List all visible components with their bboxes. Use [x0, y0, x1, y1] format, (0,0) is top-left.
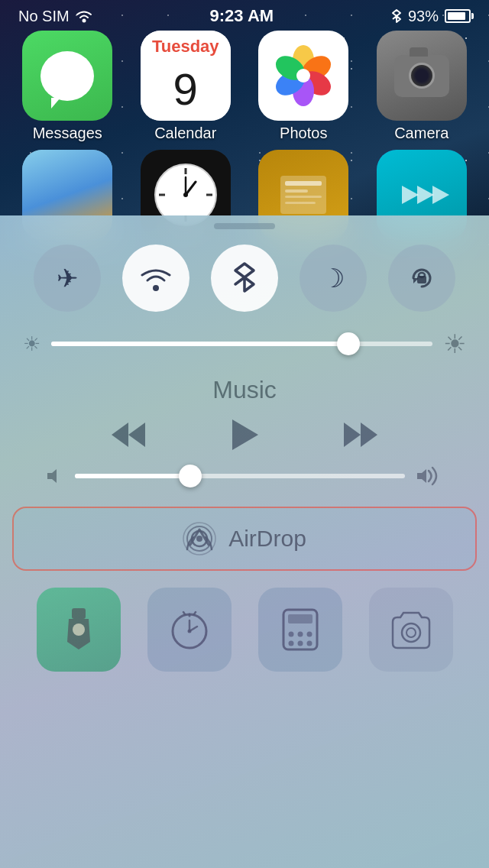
app-messages-wrap[interactable]: Messages — [22, 31, 112, 142]
svg-point-53 — [306, 632, 312, 637]
svg-point-56 — [306, 641, 312, 646]
moon-icon: ☽ — [322, 263, 345, 293]
quick-actions-row — [0, 580, 489, 679]
svg-rect-20 — [285, 202, 316, 204]
svg-point-54 — [288, 641, 293, 646]
svg-rect-28 — [419, 273, 425, 277]
volume-max-icon — [416, 465, 443, 487]
volume-min-icon — [46, 465, 64, 487]
lock-rotation-icon — [407, 264, 436, 293]
fast-forward-button[interactable] — [342, 419, 379, 450]
calendar-inner: Tuesday 9 — [141, 31, 231, 121]
music-section: Music — [0, 365, 489, 494]
fast-forward-icon — [342, 419, 379, 450]
pull-handle[interactable] — [0, 215, 489, 234]
svg-rect-19 — [285, 196, 322, 198]
status-left: No SIM — [18, 8, 92, 25]
brightness-thumb[interactable] — [337, 332, 360, 355]
camera-quick-button[interactable] — [369, 588, 453, 672]
app-photos-label: Photos — [280, 125, 327, 142]
battery-percent: 93% — [408, 8, 439, 25]
calendar-date: 9 — [141, 58, 231, 121]
svg-marker-21 — [402, 186, 419, 204]
svg-rect-40 — [72, 608, 86, 619]
carrier-label: No SIM — [18, 8, 70, 25]
svg-point-57 — [402, 623, 420, 642]
svg-point-52 — [297, 632, 303, 637]
svg-rect-17 — [285, 181, 322, 186]
app-camera-wrap[interactable]: Camera — [377, 31, 467, 142]
camera-lens — [409, 63, 435, 89]
volume-thumb[interactable] — [179, 465, 202, 487]
airplane-mode-toggle[interactable]: ✈ — [34, 245, 101, 312]
airplane-icon: ✈ — [57, 263, 78, 293]
do-not-disturb-toggle[interactable]: ☽ — [300, 245, 367, 312]
app-row-1: Messages Tuesday 9 Calendar — [14, 31, 475, 142]
bluetooth-toggle[interactable] — [211, 245, 278, 312]
svg-point-41 — [73, 623, 85, 636]
app-photos-wrap[interactable]: Photos — [258, 31, 348, 142]
svg-marker-23 — [432, 186, 449, 204]
wifi-status-icon — [76, 9, 92, 23]
play-icon — [229, 418, 260, 452]
flashlight-icon — [61, 607, 96, 653]
svg-point-58 — [406, 628, 416, 637]
camera-quick-icon — [388, 610, 434, 649]
play-button[interactable] — [229, 418, 260, 452]
battery-fill — [448, 12, 465, 20]
toggle-row: ✈ ☽ — [0, 234, 489, 322]
svg-line-44 — [183, 612, 185, 614]
app-messages-icon[interactable] — [22, 31, 112, 121]
bluetooth-icon — [232, 261, 257, 296]
airdrop-icon — [183, 522, 216, 555]
calendar-day: Tuesday — [141, 31, 231, 58]
music-title: Music — [23, 376, 466, 404]
flashlight-button[interactable] — [37, 588, 121, 672]
camera-body — [394, 55, 449, 97]
pull-handle-bar — [214, 223, 275, 229]
svg-point-24 — [82, 19, 86, 23]
svg-marker-34 — [47, 469, 57, 483]
svg-marker-32 — [344, 423, 361, 447]
svg-rect-50 — [288, 614, 313, 623]
status-time: 9:23 AM — [210, 6, 274, 26]
battery-icon — [445, 9, 471, 23]
svg-point-25 — [153, 285, 159, 291]
svg-marker-22 — [417, 186, 434, 204]
rewind-button[interactable] — [110, 419, 147, 450]
messages-bubble — [40, 51, 94, 101]
svg-rect-18 — [285, 189, 308, 193]
airdrop-section[interactable]: AirDrop — [12, 507, 477, 571]
app-calendar-label: Calendar — [154, 125, 216, 142]
timer-icon — [168, 608, 211, 651]
app-calendar-wrap[interactable]: Tuesday 9 Calendar — [141, 31, 231, 142]
app-camera-icon[interactable] — [377, 31, 467, 121]
svg-point-51 — [288, 632, 293, 637]
brightness-slider[interactable] — [51, 342, 432, 346]
calculator-button[interactable] — [258, 588, 342, 672]
brightness-max-icon: ☀ — [443, 329, 466, 359]
app-grid: Messages Tuesday 9 Calendar — [0, 0, 489, 240]
svg-marker-30 — [128, 423, 145, 447]
photos-pinwheel — [269, 41, 338, 110]
music-controls — [23, 418, 466, 452]
lock-rotation-toggle[interactable] — [388, 245, 455, 312]
svg-line-45 — [194, 612, 196, 614]
svg-point-48 — [187, 630, 191, 633]
brightness-fill — [51, 342, 348, 346]
svg-marker-33 — [361, 423, 377, 447]
wifi-toggle[interactable] — [122, 245, 189, 312]
status-bar: No SIM 9:23 AM 93% — [0, 0, 489, 32]
wifi-icon — [140, 265, 172, 291]
svg-marker-31 — [232, 419, 258, 450]
calculator-icon — [280, 607, 320, 653]
app-calendar-icon[interactable]: Tuesday 9 — [141, 31, 231, 121]
control-center: ✈ ☽ — [0, 215, 489, 868]
brightness-min-icon: ☀ — [23, 332, 40, 356]
volume-row — [23, 465, 466, 487]
timer-button[interactable] — [147, 588, 232, 672]
app-photos-icon[interactable] — [258, 31, 348, 121]
svg-marker-29 — [112, 423, 128, 447]
volume-slider[interactable] — [75, 474, 405, 478]
app-camera-label: Camera — [394, 125, 449, 142]
